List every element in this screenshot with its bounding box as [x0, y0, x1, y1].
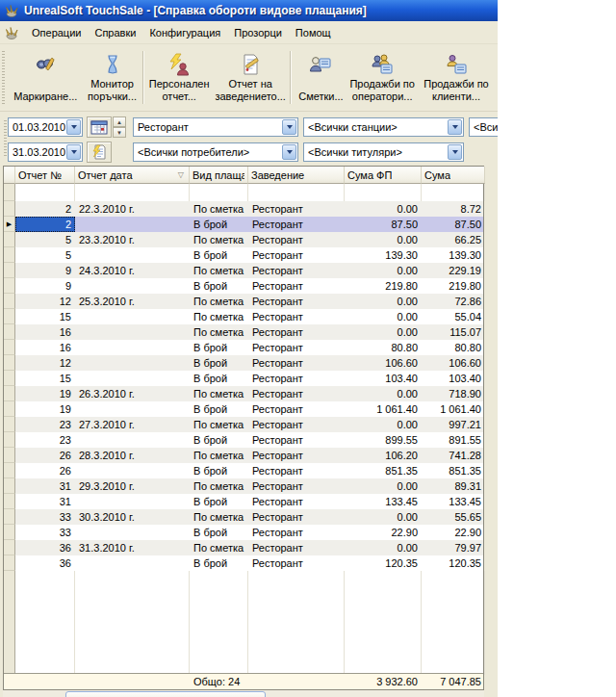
menu-item-1[interactable]: Операции [25, 24, 88, 41]
table-row[interactable]: 3631.3.2010 г.По сметкаРесторант0.0079.9… [4, 540, 483, 555]
table-cell-fp[interactable]: 0.00 [345, 263, 422, 278]
users-combo[interactable]: <Всички потребители> [133, 142, 298, 162]
record-selector-cell[interactable] [4, 448, 15, 463]
table-cell-fp[interactable]: 0.00 [345, 540, 422, 555]
menu-item-3[interactable]: Конфигурация [142, 24, 227, 41]
table-cell-date[interactable] [75, 555, 190, 571]
date-from-field[interactable]: 01.03.2010 [8, 117, 83, 137]
record-selector-cell[interactable] [4, 540, 15, 555]
table-cell-num[interactable]: 15 [15, 371, 75, 386]
table-cell-fp[interactable]: 22.90 [345, 525, 422, 540]
column-header-venue[interactable]: Заведение [248, 167, 345, 184]
table-cell-type[interactable]: По сметка [190, 232, 248, 247]
table-cell-date[interactable] [75, 432, 190, 448]
table-cell-type[interactable]: По сметка [190, 540, 248, 555]
table-cell-date[interactable]: 25.3.2010 г. [75, 294, 190, 309]
table-cell-venue[interactable]: Ресторант [248, 294, 345, 309]
table-cell-fp[interactable]: 0.00 [345, 386, 422, 401]
table-cell-venue[interactable]: Ресторант [248, 478, 345, 494]
toolbar-button-sales-by-operators[interactable]: Продажби пооператори... [349, 47, 414, 108]
table-cell-blank[interactable] [75, 184, 190, 201]
table-row[interactable]: 3129.3.2010 г.По сметкаРесторант0.0089.3… [4, 478, 483, 494]
table-row[interactable]: 3330.3.2010 г.По сметкаРесторант0.0055.6… [4, 509, 483, 525]
table-row[interactable]: 9В бройРесторант219.80219.80 [4, 278, 483, 294]
table-cell-type[interactable]: По сметка [190, 478, 248, 494]
table-cell-sum[interactable]: 55.65 [422, 509, 485, 525]
table-cell-type[interactable]: По сметка [190, 417, 248, 432]
table-cell-type[interactable]: В брой [190, 463, 248, 478]
table-cell-num[interactable]: 23 [15, 432, 75, 448]
venue-combo[interactable]: Ресторант [133, 117, 298, 137]
horizontal-scrollbar[interactable] [3, 690, 484, 697]
table-row[interactable]: 16По сметкаРесторант0.00115.07 [4, 324, 483, 340]
table-cell-fp[interactable]: 120.35 [345, 555, 422, 571]
users-combo-dropdown-icon[interactable] [282, 144, 296, 160]
table-cell-venue[interactable]: Ресторант [248, 309, 345, 324]
table-cell-date[interactable] [75, 340, 190, 355]
toolbar-button-marking[interactable]: Маркиране... [7, 47, 85, 108]
record-selector-cell[interactable] [4, 278, 15, 294]
table-cell-date[interactable]: 24.3.2010 г. [75, 263, 190, 278]
table-cell-sum[interactable]: 997.21 [422, 417, 485, 432]
table-cell-date[interactable] [75, 324, 190, 340]
table-cell-venue[interactable]: Ресторант [248, 432, 345, 448]
table-cell-sum[interactable]: 106.60 [422, 355, 485, 371]
spin-down-icon[interactable]: ▼ [113, 127, 126, 138]
table-row[interactable]: 924.3.2010 г.По сметкаРесторант0.00229.1… [4, 263, 483, 278]
table-cell-blank[interactable] [15, 184, 75, 201]
table-cell-fp[interactable]: 899.55 [345, 432, 422, 448]
table-cell-num[interactable]: 9 [15, 263, 75, 278]
table-cell-venue[interactable]: Ресторант [248, 247, 345, 263]
table-cell-fp[interactable]: 139.30 [345, 247, 422, 263]
table-cell-blank[interactable] [190, 184, 248, 201]
table-cell-venue[interactable]: Ресторант [248, 509, 345, 525]
table-cell-venue[interactable]: Ресторант [248, 555, 345, 571]
table-cell-type[interactable]: В брой [190, 217, 248, 232]
table-cell-num[interactable]: 33 [15, 509, 75, 525]
table-cell-sum[interactable]: 851.35 [422, 463, 485, 478]
record-selector-cell[interactable] [4, 525, 15, 540]
table-cell-venue[interactable]: Ресторант [248, 401, 345, 417]
table-cell-type[interactable]: В брой [190, 555, 248, 571]
table-cell-venue[interactable]: Ресторант [248, 232, 345, 247]
table-cell-sum[interactable]: 133.45 [422, 494, 485, 509]
table-cell-sum[interactable]: 741.28 [422, 448, 485, 463]
toolbar-button-venue-report[interactable]: Отчет назаведението... [214, 47, 288, 108]
table-row[interactable]: 36В бройРесторант120.35120.35 [4, 555, 483, 571]
table-cell-date[interactable] [75, 401, 190, 417]
date-to-dropdown-icon[interactable] [66, 144, 81, 160]
table-cell-sum[interactable]: 120.35 [422, 555, 485, 571]
table-cell-num[interactable]: 23 [15, 417, 75, 432]
table-cell-fp[interactable]: 0.00 [345, 232, 422, 247]
table-cell-type[interactable]: В брой [190, 340, 248, 355]
table-cell-num[interactable]: 12 [15, 294, 75, 309]
table-cell-fp[interactable]: 0.00 [345, 201, 422, 217]
table-cell-sum[interactable]: 55.04 [422, 309, 485, 324]
table-cell-date[interactable]: 31.3.2010 г. [75, 540, 190, 555]
table-cell-date[interactable] [75, 247, 190, 263]
table-cell-fp[interactable]: 80.80 [345, 340, 422, 355]
record-selector-cell[interactable] [4, 463, 15, 478]
table-cell-date[interactable] [75, 525, 190, 540]
table-row[interactable]: 1926.3.2010 г.По сметкаРесторант0.00718.… [4, 386, 483, 401]
venue-combo-dropdown-icon[interactable] [282, 119, 296, 135]
table-cell-sum[interactable]: 219.80 [422, 278, 485, 294]
table-cell-sum[interactable]: 891.55 [422, 432, 485, 448]
column-header-type[interactable]: Вид плащане [190, 167, 248, 184]
table-cell-sum[interactable]: 80.80 [422, 340, 485, 355]
record-selector-cell[interactable] [4, 247, 15, 263]
table-cell-num[interactable]: 15 [15, 309, 75, 324]
stations-combo[interactable]: <Всички станции> [303, 117, 464, 137]
table-row[interactable]: 2327.3.2010 г.По сметкаРесторант0.00997.… [4, 417, 483, 432]
table-cell-type[interactable]: По сметка [190, 509, 248, 525]
table-cell-fp[interactable]: 0.00 [345, 324, 422, 340]
table-cell-fp[interactable]: 1 061.40 [345, 401, 422, 417]
table-cell-num[interactable]: 12 [15, 355, 75, 371]
record-selector-cell[interactable] [4, 263, 15, 278]
record-selector-cell[interactable] [4, 401, 15, 417]
date-from-dropdown-icon[interactable] [66, 119, 81, 135]
table-cell-type[interactable]: По сметка [190, 263, 248, 278]
table-cell-type[interactable]: В брой [190, 371, 248, 386]
record-selector-cell[interactable] [4, 494, 15, 509]
table-cell-num[interactable]: 5 [15, 247, 75, 263]
